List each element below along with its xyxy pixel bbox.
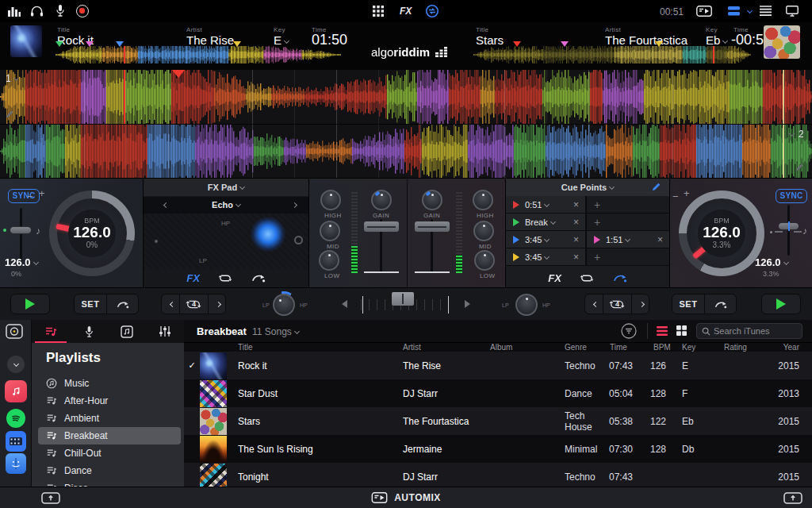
deck2-loop-button[interactable]: 4 bbox=[603, 294, 630, 314]
cue-add-slot[interactable]: + bbox=[587, 248, 669, 265]
deck1-play-button[interactable] bbox=[10, 294, 50, 314]
collection-count[interactable]: 11 Songs bbox=[252, 326, 299, 337]
deck2-pitch-handle[interactable] bbox=[778, 222, 799, 230]
filter-icon[interactable] bbox=[621, 323, 637, 339]
col-key[interactable]: Key bbox=[682, 343, 723, 352]
fx-toolbar-button[interactable]: FX bbox=[400, 6, 412, 17]
music-note-icon[interactable]: ♪ bbox=[36, 225, 40, 237]
fx-effect-selector[interactable]: Echo bbox=[144, 197, 308, 214]
deck1-waveform-canvas[interactable] bbox=[0, 70, 812, 124]
prev-effect-icon[interactable] bbox=[163, 202, 169, 208]
record-icon[interactable] bbox=[76, 5, 89, 17]
cue-marker-yellow[interactable] bbox=[233, 41, 241, 47]
fx-xy-pad[interactable]: HP LP bbox=[144, 214, 308, 269]
col-time[interactable]: Time bbox=[609, 343, 650, 352]
sidebar-item-disco[interactable]: Disco bbox=[38, 479, 181, 487]
deck1-jog-dial[interactable]: BPM 126.0 0% bbox=[49, 190, 135, 276]
search-input[interactable] bbox=[714, 326, 797, 336]
deck1-pitch-slider[interactable] bbox=[20, 208, 22, 262]
search-field[interactable] bbox=[696, 323, 802, 339]
deck2-pitch-minus[interactable]: − bbox=[672, 190, 679, 202]
cue-points-selector[interactable]: Cue Points bbox=[506, 179, 669, 196]
microphone-icon[interactable] bbox=[55, 4, 66, 17]
deck2-waveform-canvas[interactable] bbox=[0, 125, 812, 178]
automix-button[interactable]: AUTOMIX bbox=[394, 492, 441, 503]
deck1-sync-button[interactable]: SYNC bbox=[8, 189, 40, 203]
sync-mode-icon[interactable] bbox=[425, 4, 439, 18]
ch2-gain-knob[interactable] bbox=[422, 190, 442, 210]
cue-edit-pencil-icon[interactable] bbox=[651, 182, 661, 192]
deck2-jump-button[interactable] bbox=[704, 294, 736, 314]
deck2-track-overview-waveform[interactable] bbox=[473, 46, 751, 64]
fx-toggle-button[interactable]: FX bbox=[186, 272, 200, 284]
collapse-chevron-icon[interactable] bbox=[7, 356, 25, 373]
sidebar-item-breakbeat[interactable]: Breakbeat bbox=[38, 427, 181, 444]
deck2-bpm-value[interactable]: 126.0 bbox=[755, 256, 788, 268]
chevron-down-icon[interactable] bbox=[13, 75, 19, 81]
sidebar-item-chill-out[interactable]: Chill-Out bbox=[38, 444, 181, 462]
cue-slot[interactable]: 0:51× bbox=[506, 196, 587, 213]
col-bpm[interactable]: BPM bbox=[650, 343, 682, 352]
deck1-loop-halve-button[interactable] bbox=[162, 294, 179, 314]
jump-arrow-icon[interactable] bbox=[251, 272, 266, 283]
deck2-jog-dial[interactable]: BPM 126.0 3.3% bbox=[679, 190, 764, 276]
sidebar-item-after-hour[interactable]: After-Hour bbox=[38, 392, 181, 410]
col-rating[interactable]: Rating bbox=[723, 343, 773, 352]
cue-delete-icon[interactable]: × bbox=[573, 234, 579, 245]
deck1-filter-knob[interactable] bbox=[273, 294, 295, 316]
fx-toggle-button[interactable]: FX bbox=[548, 272, 561, 284]
cue-marker-green[interactable] bbox=[56, 41, 63, 47]
deck1-pitch-minus[interactable]: − bbox=[27, 190, 33, 202]
next-effect-icon[interactable] bbox=[292, 202, 297, 208]
deck2-pitch-plus[interactable]: + bbox=[684, 187, 690, 199]
sidebar-item-music[interactable]: Music bbox=[38, 375, 181, 392]
headphones-icon[interactable] bbox=[30, 5, 44, 17]
ch2-high-knob[interactable] bbox=[473, 190, 493, 210]
finder-source-icon[interactable] bbox=[6, 453, 26, 474]
jump-arrow-icon[interactable] bbox=[612, 272, 627, 283]
col-year[interactable]: Year bbox=[773, 343, 812, 352]
automix-toolbar-icon[interactable] bbox=[696, 6, 712, 17]
table-row[interactable]: Stars The Fourtastica Tech House 05:38 1… bbox=[184, 407, 812, 435]
deck1-edit-pencil-icon[interactable] bbox=[5, 110, 14, 119]
ch1-low-knob[interactable] bbox=[319, 250, 339, 271]
deck1-pitch-handle[interactable] bbox=[10, 226, 32, 234]
deck1-jump-button[interactable] bbox=[106, 294, 138, 314]
col-album[interactable]: Album bbox=[490, 343, 559, 352]
ch1-mid-knob[interactable] bbox=[320, 221, 340, 241]
deck1-loop-button[interactable]: 4 bbox=[179, 294, 207, 314]
ch2-fader-handle[interactable] bbox=[415, 221, 450, 232]
grid-view-icon[interactable] bbox=[676, 325, 687, 336]
list-view-icon[interactable] bbox=[657, 326, 668, 336]
col-artist[interactable]: Artist bbox=[403, 343, 490, 352]
tab-sampler[interactable] bbox=[108, 320, 146, 343]
cue-slot[interactable]: Break× bbox=[506, 214, 587, 230]
deck2-set-button[interactable]: SET bbox=[672, 294, 704, 314]
table-row[interactable]: The Sun Is Rising Jermaine Minimal 07:30… bbox=[184, 435, 812, 463]
eject-deck1-icon[interactable] bbox=[41, 492, 60, 504]
deck2-key-selector[interactable]: Eb bbox=[706, 33, 727, 47]
cue-add-slot[interactable]: + bbox=[587, 214, 669, 230]
deck1-pitch-plus[interactable]: + bbox=[39, 187, 45, 199]
cue-delete-icon[interactable]: × bbox=[573, 217, 579, 228]
music-note-icon[interactable]: ♪ bbox=[802, 225, 807, 237]
eject-deck2-icon[interactable] bbox=[783, 492, 802, 504]
grid-view-icon[interactable] bbox=[373, 6, 384, 17]
video-source-icon[interactable] bbox=[6, 431, 26, 452]
chevron-down-icon[interactable] bbox=[789, 131, 795, 137]
menu-icon[interactable] bbox=[760, 6, 772, 16]
deck-layout-selector[interactable] bbox=[728, 6, 740, 16]
deck1-waveform-strip[interactable]: 1 bbox=[0, 70, 812, 125]
cue-slot[interactable]: 3:45× bbox=[506, 248, 587, 265]
deck2-loop-double-button[interactable] bbox=[631, 294, 649, 314]
deck1-set-button[interactable]: SET bbox=[75, 294, 106, 314]
table-row[interactable]: ✓ Rock it The Rise Techno 07:43 126 E 20… bbox=[184, 352, 812, 379]
deck2-play-button[interactable] bbox=[761, 294, 801, 314]
deck1-loop-double-button[interactable] bbox=[208, 294, 225, 314]
deck2-waveform-strip[interactable]: 2 bbox=[0, 125, 812, 179]
ch1-fader-handle[interactable] bbox=[364, 221, 399, 232]
layout-chevron-icon[interactable] bbox=[747, 8, 753, 13]
cue-marker-blue[interactable] bbox=[116, 41, 124, 47]
ch1-gain-knob[interactable] bbox=[371, 190, 392, 210]
cue-delete-icon[interactable]: × bbox=[573, 199, 579, 210]
